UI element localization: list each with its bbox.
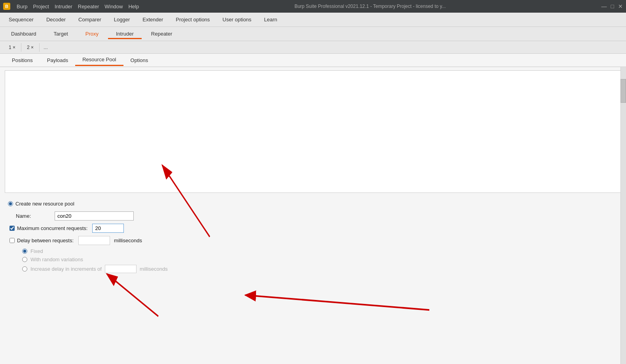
tab-1-label: 1 × — [9, 45, 15, 50]
nav-logger[interactable]: Logger — [108, 14, 135, 25]
editor-area — [5, 70, 621, 193]
tab-2[interactable]: 2 × — [21, 43, 40, 52]
scrollbar-track — [620, 67, 626, 364]
nav-row-1: Sequencer Decoder Comparer Logger Extend… — [0, 13, 626, 27]
tab-2-label: 2 × — [27, 45, 34, 50]
delay-unit: milliseconds — [114, 238, 142, 243]
app-icon: B — [3, 3, 10, 10]
random-option: With random variations — [22, 256, 618, 262]
name-row: Name: — [16, 211, 618, 221]
max-concurrent-checkbox[interactable] — [9, 226, 15, 231]
menu-intruder[interactable]: Intruder — [55, 4, 72, 9]
increment-radio[interactable] — [22, 266, 27, 272]
menu-project[interactable]: Project — [33, 4, 49, 9]
delay-options: Fixed With random variations Increase de… — [22, 248, 618, 273]
fixed-label: Fixed — [30, 248, 43, 254]
menu-bar: Burp Project Intruder Repeater Window He… — [17, 4, 139, 9]
window-title: Burp Suite Professional v2021.12.1 - Tem… — [145, 4, 595, 9]
random-label: With random variations — [30, 256, 83, 262]
settings-area: Create new resource pool Name: Maximum c… — [0, 196, 626, 278]
max-concurrent-row: Maximum concurrent requests: — [9, 224, 618, 233]
nav-row-2: Dashboard Target Proxy Intruder Repeater — [0, 27, 626, 41]
increment-unit: milliseconds — [140, 266, 168, 272]
menu-repeater[interactable]: Repeater — [78, 4, 99, 9]
nav-intruder[interactable]: Intruder — [108, 28, 142, 39]
nav-extender[interactable]: Extender — [137, 14, 169, 25]
delay-checkbox[interactable] — [9, 238, 15, 243]
menu-burp[interactable]: Burp — [17, 4, 27, 9]
create-new-radio[interactable] — [8, 201, 13, 206]
delay-input[interactable] — [78, 236, 110, 245]
random-radio[interactable] — [22, 257, 27, 262]
main-content: Create new resource pool Name: Maximum c… — [0, 67, 626, 364]
fixed-option: Fixed — [22, 248, 618, 254]
name-label: Name: — [16, 213, 51, 219]
max-concurrent-label: Maximum concurrent requests: — [17, 225, 87, 231]
nav-learn[interactable]: Learn — [258, 14, 283, 25]
menu-window[interactable]: Window — [104, 4, 123, 9]
create-new-label: Create new resource pool — [15, 201, 74, 207]
nav-proxy[interactable]: Proxy — [78, 28, 106, 39]
menu-help[interactable]: Help — [128, 4, 139, 9]
tab-row: 1 × 2 × ... — [0, 41, 626, 54]
minimize-button[interactable]: — — [601, 3, 607, 9]
window-controls: — □ ✕ — [601, 3, 623, 9]
title-bar: B Burp Project Intruder Repeater Window … — [0, 0, 626, 13]
sub-tab-resource-pool[interactable]: Resource Pool — [75, 54, 123, 66]
close-button[interactable]: ✕ — [618, 3, 623, 9]
maximize-button[interactable]: □ — [611, 3, 614, 9]
sub-tab-options[interactable]: Options — [123, 55, 156, 66]
tab-more[interactable]: ... — [40, 43, 52, 52]
create-new-resource-pool-group: Create new resource pool — [8, 201, 618, 207]
delay-label: Delay between requests: — [17, 238, 74, 243]
svg-line-2 — [245, 295, 429, 310]
fixed-radio[interactable] — [22, 249, 27, 254]
increment-option: Increase delay in increments of millisec… — [22, 265, 618, 273]
sub-tab-payloads[interactable]: Payloads — [40, 55, 75, 66]
increment-label: Increase delay in increments of — [30, 266, 102, 272]
delay-row: Delay between requests: milliseconds — [9, 236, 618, 245]
nav-target[interactable]: Target — [46, 28, 76, 39]
nav-comparer[interactable]: Comparer — [73, 14, 107, 25]
max-concurrent-input[interactable] — [92, 224, 124, 233]
nav-repeater[interactable]: Repeater — [143, 28, 180, 39]
increment-input[interactable] — [105, 265, 137, 273]
nav-sequencer[interactable]: Sequencer — [3, 14, 39, 25]
name-input[interactable] — [55, 211, 134, 221]
nav-decoder[interactable]: Decoder — [41, 14, 71, 25]
scrollbar-thumb[interactable] — [620, 79, 626, 103]
nav-dashboard[interactable]: Dashboard — [3, 28, 44, 39]
nav-user-options[interactable]: User options — [217, 14, 257, 25]
sub-tab-positions[interactable]: Positions — [5, 55, 40, 66]
nav-project-options[interactable]: Project options — [170, 14, 215, 25]
svg-line-3 — [107, 274, 158, 316]
tab-1[interactable]: 1 × — [3, 43, 21, 52]
sub-tab-row: Positions Payloads Resource Pool Options — [0, 54, 626, 67]
